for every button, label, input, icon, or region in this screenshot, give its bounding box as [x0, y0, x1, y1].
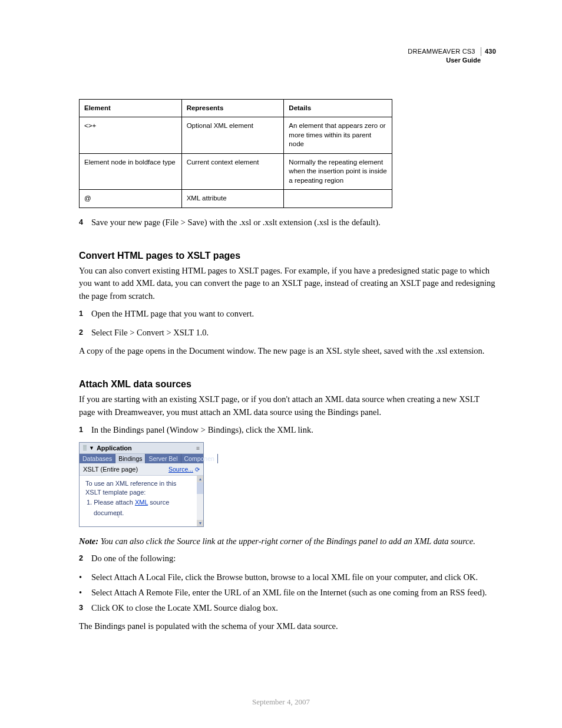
section-heading: Attach XML data sources: [79, 379, 496, 390]
body-text: A copy of the page opens in the Document…: [79, 345, 496, 358]
tab-components[interactable]: Componen: [181, 454, 218, 463]
step-number: 1: [79, 308, 91, 321]
table-cell: Optional XML element: [181, 117, 284, 154]
grip-icon: [83, 445, 87, 451]
source-link[interactable]: Source...: [168, 466, 193, 473]
table-cell: <>+: [80, 117, 182, 154]
step-number: 4: [79, 216, 91, 229]
bullet-item: • Select Attach A Remote File, enter the…: [79, 587, 496, 599]
panel-tabs: Databases Bindings Server Bel Componen: [80, 454, 203, 463]
page-header: DREAMWEAVER CS3 430 User Guide: [79, 47, 496, 65]
col-header: Details: [284, 99, 392, 117]
elements-table: Element Represents Details <>+ Optional …: [79, 99, 392, 208]
table-cell: Element node in boldface type: [80, 153, 182, 190]
step-item: 2 Select File > Convert > XSLT 1.0.: [79, 327, 496, 340]
xslt-mode-label: XSLT (Entire page): [83, 466, 138, 473]
refresh-icon[interactable]: ⟳: [195, 466, 200, 473]
panel-title-label: Application: [97, 444, 132, 452]
col-header: Represents: [181, 99, 284, 117]
scroll-track[interactable]: [197, 482, 203, 519]
body-text: If you are starting with an existing XSL…: [79, 393, 496, 419]
table-row: @ XML attribute: [80, 190, 392, 208]
table-cell: Normally the repeating element when the …: [284, 153, 392, 190]
table-cell: @: [80, 190, 182, 208]
page-number: 430: [481, 47, 496, 56]
panel-hint-line: To use an XML reference in this XSLT tem…: [85, 479, 192, 497]
table-row: Element node in boldface type Current co…: [80, 153, 392, 190]
step-item: 2 Do one of the following:: [79, 552, 496, 565]
bullet-item: • Select Attach A Local File, click the …: [79, 571, 496, 584]
col-header: Element: [80, 99, 182, 117]
bullet-icon: •: [79, 571, 91, 584]
bullet-text: Select Attach A Remote File, enter the U…: [91, 587, 496, 599]
guide-label: User Guide: [79, 56, 496, 65]
step-item: 4 Save your new page (File > Save) with …: [79, 216, 496, 229]
step-number: 1: [79, 424, 91, 437]
tab-databases[interactable]: Databases: [80, 454, 115, 463]
body-text: You can also convert existing HTML pages…: [79, 265, 496, 303]
panel-subheader: XSLT (Entire page) Source... ⟳: [80, 463, 203, 476]
table-cell: An element that appears zero or more tim…: [284, 117, 392, 154]
table-cell: XML attribute: [181, 190, 284, 208]
panel-titlebar[interactable]: ▼ Application ≡: [80, 443, 203, 454]
step-number: 3: [79, 602, 91, 615]
note-label: Note:: [79, 536, 98, 546]
footer-date: September 4, 2007: [0, 697, 562, 707]
tab-server-behaviors[interactable]: Server Bel: [146, 454, 181, 463]
bullet-text: Select Attach A Local File, click the Br…: [91, 571, 496, 584]
table-cell: [284, 190, 392, 208]
step-text: Save your new page (File > Save) with th…: [91, 216, 496, 229]
step-item: 1 In the Bindings panel (Window > Bindin…: [79, 424, 496, 437]
panel-body-text: To use an XML reference in this XSLT tem…: [80, 476, 197, 526]
scroll-down-icon[interactable]: ▾: [197, 520, 203, 526]
xml-link[interactable]: XML: [135, 499, 148, 506]
step-text: Open the HTML page that you want to conv…: [91, 308, 496, 321]
collapse-triangle-icon[interactable]: ▼: [89, 445, 94, 451]
section-heading: Convert HTML pages to XSLT pages: [79, 251, 496, 261]
tab-bindings[interactable]: Bindings: [115, 454, 146, 463]
bindings-panel: ▼ Application ≡ Databases Bindings Serve…: [79, 442, 204, 526]
step-text: Do one of the following:: [91, 552, 496, 565]
scroll-up-icon[interactable]: ▴: [197, 476, 203, 482]
step-text: Select File > Convert > XSLT 1.0.: [91, 327, 496, 340]
body-text: The Bindings panel is populated with the…: [79, 620, 496, 633]
step-number: 2: [79, 552, 91, 565]
panel-hint-item: 1. Please attach XML source document. ☟: [85, 498, 192, 518]
step-item: 1 Open the HTML page that you want to co…: [79, 308, 496, 321]
table-header-row: Element Represents Details: [80, 99, 392, 117]
step-number: 2: [79, 327, 91, 340]
step-text: Click OK to close the Locate XML Source …: [91, 602, 496, 615]
table-row: <>+ Optional XML element An element that…: [80, 117, 392, 154]
step-text: In the Bindings panel (Window > Bindings…: [91, 424, 496, 437]
step-item: 3 Click OK to close the Locate XML Sourc…: [79, 602, 496, 615]
product-name: DREAMWEAVER CS3: [408, 48, 475, 55]
scrollbar[interactable]: ▴ ▾: [197, 476, 203, 526]
panel-menu-icon[interactable]: ≡: [196, 445, 200, 452]
scroll-thumb[interactable]: [197, 482, 203, 494]
note-text: Note: You can also click the Source link…: [79, 535, 496, 548]
bullet-icon: •: [79, 587, 91, 599]
table-cell: Current context element: [181, 153, 284, 190]
